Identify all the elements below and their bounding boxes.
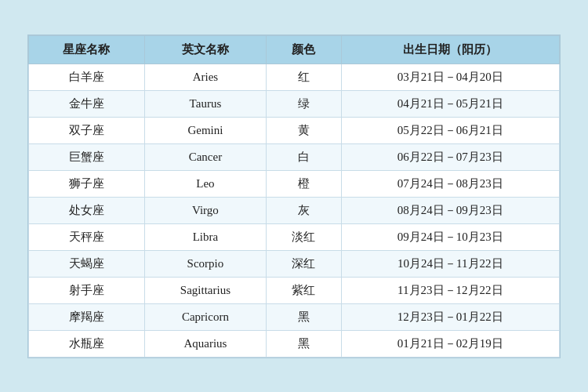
cell-color: 白: [266, 143, 341, 170]
cell-english-name: Taurus: [144, 90, 266, 117]
table-row: 处女座Virgo灰08月24日－09月23日: [29, 197, 560, 223]
cell-color: 红: [266, 64, 341, 90]
cell-dates: 08月24日－09月23日: [341, 197, 559, 223]
cell-dates: 07月24日－08月23日: [341, 170, 559, 197]
cell-chinese-name: 双子座: [29, 117, 145, 143]
cell-dates: 05月22日－06月21日: [341, 117, 559, 143]
cell-dates: 03月21日－04月20日: [341, 64, 559, 90]
table-row: 狮子座Leo橙07月24日－08月23日: [29, 170, 560, 197]
cell-dates: 04月21日－05月21日: [341, 90, 559, 117]
cell-dates: 09月24日－10月23日: [341, 223, 559, 250]
cell-chinese-name: 射手座: [29, 277, 145, 303]
table-row: 天蝎座Scorpio深红10月24日－11月22日: [29, 250, 560, 277]
table-row: 双子座Gemini黄05月22日－06月21日: [29, 117, 560, 143]
table-header-row: 星座名称 英文名称 颜色 出生日期（阳历）: [29, 35, 560, 64]
cell-chinese-name: 处女座: [29, 197, 145, 223]
cell-chinese-name: 天蝎座: [29, 250, 145, 277]
cell-chinese-name: 水瓶座: [29, 330, 145, 357]
table-row: 摩羯座Capricorn黑12月23日－01月22日: [29, 303, 560, 330]
cell-english-name: Sagittarius: [144, 277, 266, 303]
cell-color: 淡红: [266, 223, 341, 250]
header-dates: 出生日期（阳历）: [341, 35, 559, 64]
cell-english-name: Gemini: [144, 117, 266, 143]
cell-dates: 11月23日－12月22日: [341, 277, 559, 303]
cell-english-name: Libra: [144, 223, 266, 250]
zodiac-table-container: 星座名称 英文名称 颜色 出生日期（阳历） 白羊座Aries红03月21日－04…: [27, 34, 561, 358]
header-english-name: 英文名称: [144, 35, 266, 64]
cell-english-name: Cancer: [144, 143, 266, 170]
table-row: 巨蟹座Cancer白06月22日－07月23日: [29, 143, 560, 170]
zodiac-table: 星座名称 英文名称 颜色 出生日期（阳历） 白羊座Aries红03月21日－04…: [28, 35, 560, 358]
cell-chinese-name: 巨蟹座: [29, 143, 145, 170]
cell-color: 黑: [266, 303, 341, 330]
cell-dates: 06月22日－07月23日: [341, 143, 559, 170]
table-row: 金牛座Taurus绿04月21日－05月21日: [29, 90, 560, 117]
cell-chinese-name: 摩羯座: [29, 303, 145, 330]
cell-english-name: Leo: [144, 170, 266, 197]
cell-color: 灰: [266, 197, 341, 223]
table-row: 天秤座Libra淡红09月24日－10月23日: [29, 223, 560, 250]
cell-english-name: Capricorn: [144, 303, 266, 330]
cell-chinese-name: 白羊座: [29, 64, 145, 90]
table-row: 射手座Sagittarius紫红11月23日－12月22日: [29, 277, 560, 303]
table-row: 水瓶座Aquarius黑01月21日－02月19日: [29, 330, 560, 357]
cell-color: 紫红: [266, 277, 341, 303]
cell-color: 黑: [266, 330, 341, 357]
cell-color: 橙: [266, 170, 341, 197]
cell-chinese-name: 狮子座: [29, 170, 145, 197]
cell-english-name: Scorpio: [144, 250, 266, 277]
table-row: 白羊座Aries红03月21日－04月20日: [29, 64, 560, 90]
cell-color: 深红: [266, 250, 341, 277]
header-chinese-name: 星座名称: [29, 35, 145, 64]
cell-dates: 10月24日－11月22日: [341, 250, 559, 277]
cell-chinese-name: 金牛座: [29, 90, 145, 117]
cell-english-name: Aries: [144, 64, 266, 90]
header-color: 颜色: [266, 35, 341, 64]
table-body: 白羊座Aries红03月21日－04月20日金牛座Taurus绿04月21日－0…: [29, 64, 560, 357]
cell-color: 黄: [266, 117, 341, 143]
cell-chinese-name: 天秤座: [29, 223, 145, 250]
cell-english-name: Aquarius: [144, 330, 266, 357]
cell-english-name: Virgo: [144, 197, 266, 223]
cell-color: 绿: [266, 90, 341, 117]
cell-dates: 01月21日－02月19日: [341, 330, 559, 357]
cell-dates: 12月23日－01月22日: [341, 303, 559, 330]
